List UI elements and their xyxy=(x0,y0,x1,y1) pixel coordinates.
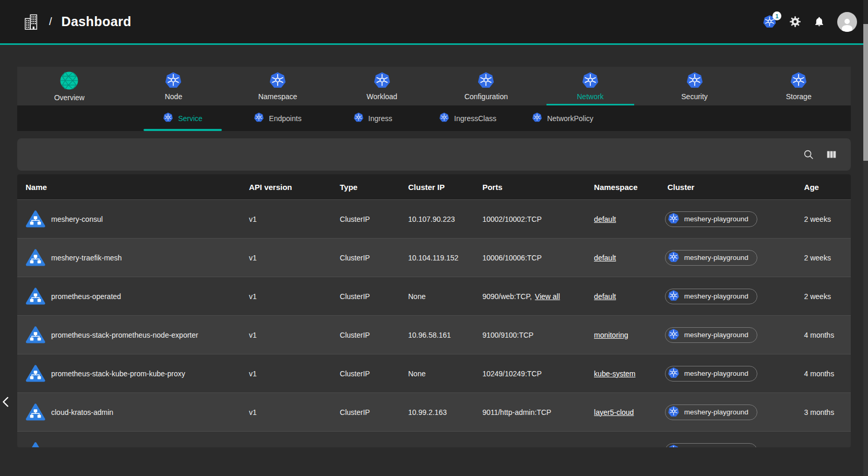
cluster-name: meshery-playground xyxy=(684,408,748,416)
cluster-chip[interactable]: meshery-playground xyxy=(665,404,757,420)
age-value: 2 weeks xyxy=(796,254,851,262)
namespace-link[interactable]: default xyxy=(594,215,616,223)
vertical-scrollbar[interactable] xyxy=(863,0,868,476)
service-name: prometheus-stack-prometheus-node-exporte… xyxy=(51,331,198,339)
main-tab-security[interactable]: Security xyxy=(643,67,747,105)
organization-logo-icon[interactable] xyxy=(24,14,40,30)
notifications-button[interactable] xyxy=(814,16,825,27)
service-icon xyxy=(26,403,45,421)
cluster-ip-value: None xyxy=(400,292,474,301)
view-all-link[interactable]: View all xyxy=(535,292,560,301)
main-tab-namespace[interactable]: Namespace xyxy=(225,67,330,105)
age-value: 2 weeks xyxy=(796,215,851,223)
column-header[interactable]: Cluster xyxy=(659,183,796,192)
kubernetes-icon xyxy=(668,251,680,265)
main-tab-workload[interactable]: Workload xyxy=(330,67,434,105)
table-row[interactable]: meshery meshery-playground xyxy=(17,431,851,447)
column-header[interactable]: Namespace xyxy=(586,183,659,192)
cluster-chip[interactable]: meshery-playground xyxy=(665,366,757,382)
main-tab-label: Configuration xyxy=(465,92,508,101)
age-value: 4 months xyxy=(796,331,851,339)
cluster-chip[interactable]: meshery-playground xyxy=(665,443,757,448)
column-header[interactable]: Type xyxy=(331,183,400,192)
kubernetes-icon xyxy=(581,72,599,89)
cluster-ip-value: 10.104.119.152 xyxy=(400,254,474,262)
main-tab-overview[interactable]: Overview xyxy=(17,67,122,105)
type-value: ClusterIP xyxy=(331,292,400,301)
cluster-chip[interactable]: meshery-playground xyxy=(665,211,757,227)
ports-value: 9011/http-admin:TCP xyxy=(482,408,551,416)
table-row[interactable]: meshery-traefik-mesh v1 ClusterIP 10.104… xyxy=(17,238,851,277)
meshery-logo-icon xyxy=(60,71,79,90)
api-version-value: v1 xyxy=(241,254,331,262)
cluster-chip[interactable]: meshery-playground xyxy=(665,250,757,266)
service-name: meshery-consul xyxy=(51,215,103,223)
kubernetes-icon xyxy=(668,328,680,342)
sub-tab-networkpolicy[interactable]: NetworkPolicy xyxy=(515,105,610,131)
scrollbar-thumb[interactable] xyxy=(863,24,868,161)
cluster-ip-value: None xyxy=(400,370,474,378)
table-row[interactable]: prometheus-operated v1 ClusterIP None 90… xyxy=(17,277,851,315)
main-tab-storage[interactable]: Storage xyxy=(746,67,851,105)
collapse-drawer-chevron-left-icon[interactable] xyxy=(1,394,12,411)
namespace-link[interactable]: default xyxy=(594,292,616,301)
namespace-link[interactable]: layer5-cloud xyxy=(594,408,634,416)
kubernetes-context-button[interactable]: 1 xyxy=(763,15,777,29)
service-icon xyxy=(26,365,45,383)
namespace-link[interactable]: default xyxy=(594,254,616,262)
api-version-value: v1 xyxy=(241,331,331,339)
search-button[interactable] xyxy=(803,149,814,160)
main-tab-network[interactable]: Network xyxy=(538,67,643,105)
column-header[interactable]: Cluster IP xyxy=(400,183,474,192)
api-version-value: v1 xyxy=(241,370,331,378)
namespace-link[interactable]: meshery xyxy=(594,447,622,448)
table-row[interactable]: prometheus-stack-prometheus-node-exporte… xyxy=(17,315,851,354)
column-header[interactable]: API version xyxy=(241,183,331,192)
main-tab-label: Workload xyxy=(366,92,397,101)
cluster-chip[interactable]: meshery-playground xyxy=(665,327,757,343)
table-row[interactable]: prometheus-stack-kube-prom-kube-proxy v1… xyxy=(17,354,851,392)
dashboard-page: / Dashboard 1 xyxy=(0,0,868,476)
column-header[interactable]: Ports xyxy=(474,183,586,192)
ports-value: 10002/10002:TCP xyxy=(482,215,542,223)
cluster-name: meshery-playground xyxy=(684,331,748,339)
type-value: ClusterIP xyxy=(331,370,400,378)
main-tab-configuration[interactable]: Configuration xyxy=(434,67,539,105)
view-columns-button[interactable] xyxy=(826,149,837,160)
sub-tab-ingressclass[interactable]: IngressClass xyxy=(420,105,515,131)
cluster-chip[interactable]: meshery-playground xyxy=(665,289,757,304)
user-avatar[interactable] xyxy=(837,12,857,32)
api-version-value: v1 xyxy=(241,292,331,301)
type-value: ClusterIP xyxy=(331,254,400,262)
context-count-badge: 1 xyxy=(772,11,781,20)
kubernetes-icon xyxy=(164,72,182,89)
sub-tab-label: Ingress xyxy=(368,114,393,123)
services-table: NameAPI versionTypeCluster IPPortsNamesp… xyxy=(17,174,851,447)
sub-tab-service[interactable]: Service xyxy=(135,105,230,131)
main-tab-label: Security xyxy=(681,92,708,101)
cluster-ip-value: 10.99.2.163 xyxy=(400,408,474,416)
settings-button[interactable] xyxy=(789,16,801,28)
age-value: 4 months xyxy=(796,370,851,378)
api-version-value: v1 xyxy=(241,215,331,223)
age-value: 3 months xyxy=(796,408,851,416)
column-header[interactable]: Name xyxy=(17,183,241,192)
main-tab-label: Overview xyxy=(54,93,85,102)
kubernetes-icon xyxy=(668,212,680,226)
table-body: meshery-consul v1 ClusterIP 10.107.90.22… xyxy=(17,199,851,447)
type-value: ClusterIP xyxy=(331,215,400,223)
ports-value: 10006/10006:TCP xyxy=(482,254,542,262)
namespace-link[interactable]: monitoring xyxy=(594,331,628,339)
namespace-link[interactable]: kube-system xyxy=(594,370,635,378)
cluster-ip-value: 10.107.90.223 xyxy=(400,215,474,223)
kubernetes-icon xyxy=(686,72,704,89)
type-value: ClusterIP xyxy=(331,408,400,416)
table-row[interactable]: cloud-kratos-admin v1 ClusterIP 10.99.2.… xyxy=(17,392,851,431)
column-header[interactable]: Age xyxy=(796,183,851,192)
main-tab-node[interactable]: Node xyxy=(122,67,226,105)
sub-tab-ingress[interactable]: Ingress xyxy=(325,105,420,131)
sub-tab-endpoints[interactable]: Endpoints xyxy=(230,105,325,131)
table-row[interactable]: meshery-consul v1 ClusterIP 10.107.90.22… xyxy=(17,199,851,238)
ports-value: 9100/9100:TCP xyxy=(482,331,533,339)
kubernetes-icon xyxy=(163,112,173,124)
